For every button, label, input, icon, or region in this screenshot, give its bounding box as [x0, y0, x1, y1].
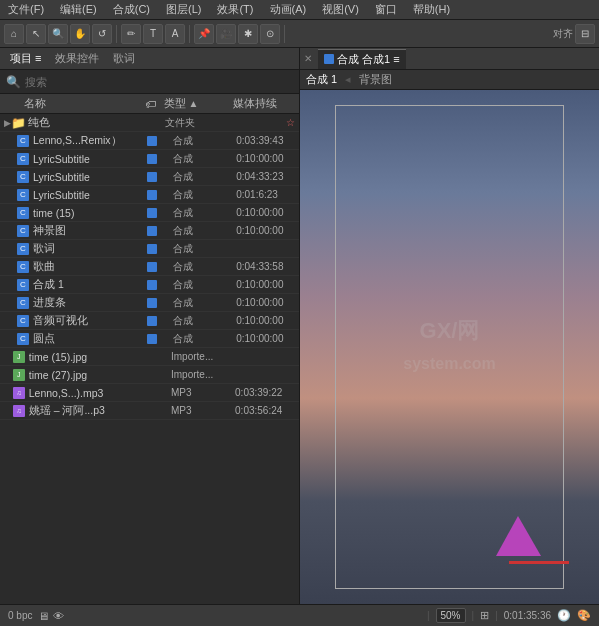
toolbar: ⌂ ↖ 🔍 ✋ ↺ ✏ T A 📌 🎥 ✱ ⊙ 对齐 ⊟ [0, 20, 599, 48]
menu-anim[interactable]: 动画(A) [266, 2, 311, 17]
col-type-header: 类型 ▲ [160, 96, 228, 111]
panel-tabs: 项目 ≡ 效果控件 歌词 [0, 48, 299, 70]
list-item[interactable]: CLyricSubtitle合成0:04:33:23 [0, 168, 299, 186]
file-list-header: 名称 🏷 类型 ▲ 媒体持续 [0, 94, 299, 114]
tool-hand[interactable]: ✋ [70, 24, 90, 44]
file-duration: 0:03:39:43 [232, 135, 299, 146]
tool-zoom-in[interactable]: 🔍 [48, 24, 68, 44]
col-duration-header: 媒体持续 [229, 96, 299, 111]
sort-icon[interactable]: ▲ [188, 98, 198, 109]
list-item[interactable]: C音频可视化合成0:10:00:00 [0, 312, 299, 330]
list-item[interactable]: Jtime (27).jpgImporte... [0, 366, 299, 384]
comp-icon: C [16, 314, 30, 328]
tab-project[interactable]: 项目 ≡ [6, 49, 45, 68]
status-left: 0 bpc 🖥 👁 [8, 610, 64, 622]
grid-icon[interactable]: ⊞ [480, 609, 489, 622]
status-right: | 50% | ⊞ | 0:01:35:36 🕐 🎨 [427, 608, 591, 623]
file-name: LyricSubtitle [33, 171, 147, 183]
color-tag [147, 262, 165, 272]
tool-orbit[interactable]: ⊙ [260, 24, 280, 44]
file-type: Importe... [167, 369, 231, 380]
menu-window[interactable]: 窗口 [371, 2, 401, 17]
list-item[interactable]: C神景图合成0:10:00:00 [0, 222, 299, 240]
file-type: 合成 [169, 170, 232, 184]
file-name: Lenno,S...Remix） [33, 134, 147, 148]
comp-icon: C [16, 242, 30, 256]
tool-select[interactable]: ↖ [26, 24, 46, 44]
expand-arrow[interactable]: ▶ [0, 118, 11, 128]
color-tag [147, 154, 165, 164]
file-name: 歌词 [33, 242, 147, 256]
list-item[interactable]: C歌词合成 [0, 240, 299, 258]
list-item[interactable]: ♫Lenno,S...).mp3MP30:03:39:22 [0, 384, 299, 402]
folder-icon: 📁 [11, 116, 25, 130]
menu-comp[interactable]: 合成(C) [109, 2, 154, 17]
comp-icon [324, 54, 334, 64]
list-item[interactable]: ▶📁纯色文件夹☆ [0, 114, 299, 132]
tool-rotate[interactable]: ↺ [92, 24, 112, 44]
left-panel: 项目 ≡ 效果控件 歌词 🔍 名称 🏷 类型 ▲ 媒体持续 ▶📁纯色文件夹☆CL… [0, 48, 300, 604]
file-name: LyricSubtitle [33, 189, 147, 201]
list-item[interactable]: C圆点合成0:10:00:00 [0, 330, 299, 348]
list-item[interactable]: CLyricSubtitle合成0:01:6:23 [0, 186, 299, 204]
menu-view[interactable]: 视图(V) [318, 2, 363, 17]
tab-lyrics[interactable]: 歌词 [109, 49, 139, 68]
file-type: 合成 [169, 314, 232, 328]
file-name: 纯色 [28, 116, 138, 130]
col-tag-header: 🏷 [145, 98, 161, 110]
image-icon: J [12, 368, 26, 382]
file-type: MP3 [167, 405, 231, 416]
tab-effects[interactable]: 效果控件 [51, 49, 103, 68]
right-panel: ✕ 合成 合成1 ≡ 合成 1 ◂ 背景图 GX/网system.com [300, 48, 599, 604]
list-item[interactable]: C合成 1合成0:10:00:00 [0, 276, 299, 294]
menu-help[interactable]: 帮助(H) [409, 2, 454, 17]
bpc-value: 0 bpc [8, 610, 32, 621]
comp-icon: C [16, 152, 30, 166]
list-item[interactable]: Jtime (15).jpgImporte... [0, 348, 299, 366]
file-list[interactable]: ▶📁纯色文件夹☆CLenno,S...Remix）合成0:03:39:43CLy… [0, 114, 299, 604]
comp-tab-close[interactable]: ✕ [304, 53, 312, 64]
list-item[interactable]: Ctime (15)合成0:10:00:00 [0, 204, 299, 222]
tool-pin[interactable]: 📌 [194, 24, 214, 44]
tool-pen[interactable]: ✏ [121, 24, 141, 44]
list-item[interactable]: CLenno,S...Remix）合成0:03:39:43 [0, 132, 299, 150]
layer-tabs: 合成 1 ◂ 背景图 [300, 70, 599, 90]
color-tag [139, 118, 157, 128]
tool-home[interactable]: ⌂ [4, 24, 24, 44]
file-type: 合成 [169, 206, 232, 220]
file-type: 合成 [169, 134, 232, 148]
menu-layer[interactable]: 图层(L) [162, 2, 205, 17]
clock-icon[interactable]: 🕐 [557, 609, 571, 622]
list-item[interactable]: CLyricSubtitle合成0:10:00:00 [0, 150, 299, 168]
color-tag [147, 190, 165, 200]
zoom-dropdown[interactable]: 50% [436, 608, 466, 623]
color-tag [147, 136, 165, 146]
file-type: 合成 [169, 152, 232, 166]
status-icons: 🖥 👁 [38, 610, 64, 622]
layer-tab-bg[interactable]: 背景图 [359, 72, 392, 87]
comp-tab-main[interactable]: 合成 合成1 ≡ [318, 49, 406, 69]
color-icon[interactable]: 🎨 [577, 609, 591, 622]
alert-icon: ☆ [286, 117, 299, 128]
menu-effect[interactable]: 效果(T) [213, 2, 257, 17]
cam-icon[interactable]: 👁 [53, 610, 64, 622]
tool-shape[interactable]: A [165, 24, 185, 44]
list-item[interactable]: ♫姚瑶 – 河阿...p3MP30:03:56:24 [0, 402, 299, 420]
menu-edit[interactable]: 编辑(E) [56, 2, 101, 17]
monitor-icon[interactable]: 🖥 [38, 610, 49, 622]
color-tag [145, 352, 163, 362]
menu-file[interactable]: 文件(F) [4, 2, 48, 17]
file-type: 文件夹 [161, 116, 222, 130]
tool-align[interactable]: ⊟ [575, 24, 595, 44]
tool-light[interactable]: ✱ [238, 24, 258, 44]
search-input[interactable] [25, 76, 293, 88]
list-item[interactable]: C歌曲合成0:04:33:58 [0, 258, 299, 276]
file-type: 合成 [169, 242, 232, 256]
tool-text[interactable]: T [143, 24, 163, 44]
color-tag [145, 370, 163, 380]
color-tag [147, 244, 165, 254]
layer-tab-comp1[interactable]: 合成 1 [306, 72, 337, 87]
list-item[interactable]: C进度条合成0:10:00:00 [0, 294, 299, 312]
tool-cam[interactable]: 🎥 [216, 24, 236, 44]
file-duration: 0:03:56:24 [231, 405, 299, 416]
